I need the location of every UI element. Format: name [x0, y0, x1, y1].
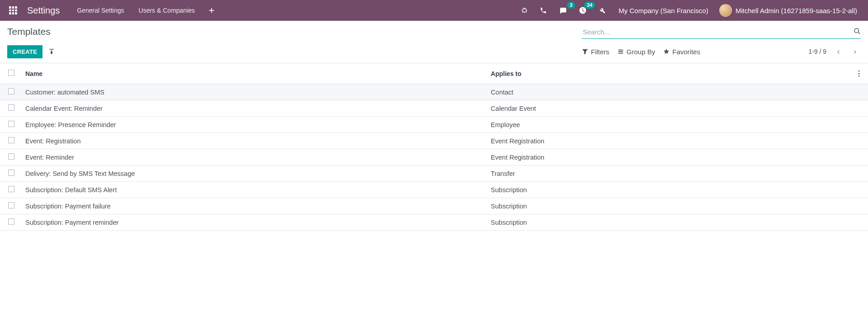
phone-icon [540, 7, 547, 14]
optional-fields-button[interactable]: ⋮ [855, 70, 863, 77]
cell-name[interactable]: Delivery: Send by SMS Text Message [20, 166, 486, 182]
nav-dev-tools[interactable] [593, 4, 611, 17]
table-row[interactable]: Event: RegistrationEvent Registration [0, 133, 868, 149]
cell-applies[interactable]: Subscription [486, 198, 850, 214]
cell-applies[interactable]: Contact [486, 84, 850, 100]
groupby-menu[interactable]: Group By [618, 47, 655, 57]
filters-label: Filters [591, 48, 609, 56]
row-checkbox[interactable] [8, 104, 14, 111]
chat-icon [559, 6, 567, 14]
table-row[interactable]: Event: ReminderEvent Registration [0, 149, 868, 166]
search-input[interactable] [582, 26, 861, 39]
chevron-left-icon [835, 48, 842, 56]
cell-applies[interactable]: Event Registration [486, 133, 850, 149]
cell-name[interactable]: Event: Registration [20, 133, 486, 149]
nav-activities[interactable]: 34 [573, 4, 592, 17]
cell-name[interactable]: Subscription: Default SMS Alert [20, 182, 486, 198]
table-row[interactable]: Subscription: Default SMS AlertSubscript… [0, 182, 868, 198]
nav-voip[interactable] [534, 4, 552, 17]
table-row[interactable]: Employee: Presence ReminderEmployee [0, 117, 868, 133]
page-title: Templates [7, 26, 51, 37]
row-checkbox[interactable] [8, 88, 14, 95]
search-button[interactable] [854, 27, 861, 35]
search-icon [854, 28, 861, 35]
cell-applies[interactable]: Transfer [486, 166, 850, 182]
cell-applies[interactable]: Employee [486, 117, 850, 133]
table-row[interactable]: Subscription: Payment failureSubscriptio… [0, 198, 868, 214]
row-checkbox[interactable] [8, 121, 14, 127]
table-row[interactable]: Delivery: Send by SMS Text MessageTransf… [0, 166, 868, 182]
select-all-checkbox[interactable] [8, 70, 14, 76]
table-row[interactable]: Subscription: Payment reminderSubscripti… [0, 214, 868, 231]
nav-messages[interactable]: 3 [553, 4, 572, 17]
cell-name[interactable]: Employee: Presence Reminder [20, 117, 486, 133]
star-icon [663, 48, 670, 55]
user-menu[interactable]: Mitchell Admin (16271859-saas-15-2-all) [716, 2, 861, 19]
cell-applies[interactable]: Subscription [486, 182, 850, 198]
cell-name[interactable]: Event: Reminder [20, 149, 486, 166]
row-checkbox[interactable] [8, 218, 14, 225]
pager-next[interactable] [850, 47, 861, 57]
cell-applies[interactable]: Event Registration [486, 149, 850, 166]
avatar [719, 4, 732, 17]
groupby-label: Group By [627, 48, 655, 56]
row-checkbox[interactable] [8, 186, 14, 192]
pager-counter[interactable]: 1-9 / 9 [808, 48, 826, 55]
pager-prev[interactable] [833, 47, 844, 57]
import-button[interactable] [48, 48, 55, 56]
favorites-label: Favorites [672, 48, 700, 56]
apps-menu-icon[interactable] [7, 5, 19, 16]
row-checkbox[interactable] [8, 170, 14, 176]
grid-icon [9, 6, 17, 14]
cell-name[interactable]: Subscription: Payment failure [20, 198, 486, 214]
funnel-icon [582, 48, 588, 55]
cell-name[interactable]: Subscription: Payment reminder [20, 214, 486, 231]
nav-new-menu[interactable] [203, 4, 220, 17]
nav-general-settings[interactable]: General Settings [71, 4, 130, 17]
chevron-right-icon [852, 48, 859, 56]
col-header-name[interactable]: Name [20, 63, 486, 84]
plus-icon [208, 7, 215, 14]
download-icon [48, 48, 55, 56]
company-switcher[interactable]: My Company (San Francisco) [612, 4, 714, 17]
row-checkbox[interactable] [8, 153, 14, 160]
nav-users-companies[interactable]: Users & Companies [132, 4, 202, 17]
cell-applies[interactable]: Calendar Event [486, 100, 850, 117]
user-name: Mitchell Admin (16271859-saas-15-2-all) [736, 7, 857, 14]
create-button[interactable]: CREATE [7, 45, 42, 58]
row-checkbox[interactable] [8, 137, 14, 143]
app-brand[interactable]: Settings [27, 5, 60, 16]
cell-name[interactable]: Calendar Event: Reminder [20, 100, 486, 117]
row-checkbox[interactable] [8, 202, 14, 208]
favorites-menu[interactable]: Favorites [663, 47, 700, 57]
table-row[interactable]: Calendar Event: ReminderCalendar Event [0, 100, 868, 117]
list-icon [618, 48, 624, 55]
filters-menu[interactable]: Filters [582, 47, 609, 57]
wrench-icon [599, 7, 606, 14]
cell-applies[interactable]: Subscription [486, 214, 850, 231]
table-row[interactable]: Customer: automated SMSContact [0, 84, 868, 100]
nav-debug[interactable] [515, 4, 533, 17]
bug-icon [521, 7, 528, 14]
cell-name[interactable]: Customer: automated SMS [20, 84, 486, 100]
col-header-applies[interactable]: Applies to [486, 63, 850, 84]
